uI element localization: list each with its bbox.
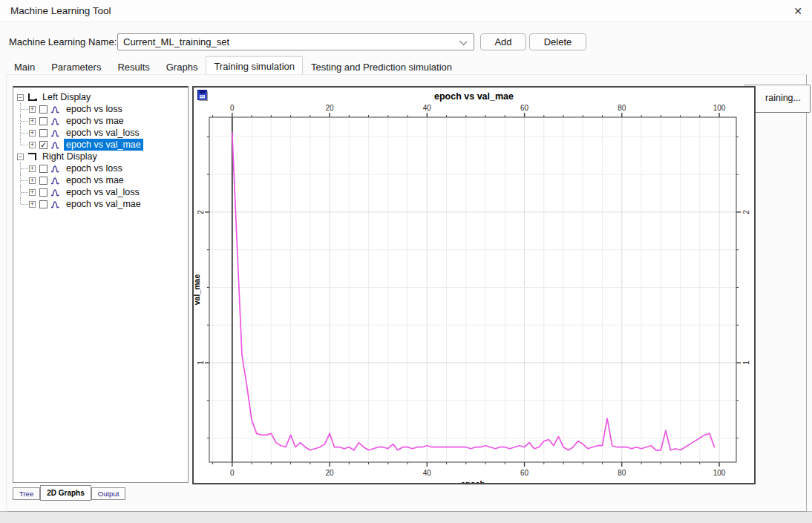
x-tick-label-top: 40 xyxy=(423,104,432,112)
tree-group-right-display: −Right Display xyxy=(13,151,188,162)
item-checkbox[interactable]: ✓ xyxy=(39,141,48,149)
tree-item-label[interactable]: epoch vs val_loss xyxy=(64,127,142,139)
line-chart-icon xyxy=(50,200,60,208)
x-tick-label-bottom: 20 xyxy=(326,469,335,477)
expand-expander-icon[interactable]: + xyxy=(29,106,36,113)
tree-item: +epoch vs mae xyxy=(13,174,188,186)
y-tick-label-left: 1 xyxy=(197,361,205,365)
ml-name-value: Current_ML_training_set xyxy=(123,36,229,47)
x-tick-label-bottom: 100 xyxy=(713,469,726,477)
x-tick-label-bottom: 40 xyxy=(423,469,432,477)
item-checkbox[interactable] xyxy=(39,129,48,137)
tab-page: raining... −Left Display+epoch vs loss+e… xyxy=(6,74,807,512)
ml-name-label: Machine Learning Name: xyxy=(9,36,117,47)
tab-graphs[interactable]: Graphs xyxy=(158,59,206,74)
tree-item-label[interactable]: epoch vs mae xyxy=(64,115,126,127)
expand-expander-icon[interactable]: + xyxy=(29,130,36,136)
x-tick-label-top: 20 xyxy=(326,104,335,112)
display-tree-panel[interactable]: −Left Display+epoch vs loss+epoch vs mae… xyxy=(13,86,189,483)
tree-item: +epoch vs val_loss xyxy=(13,127,188,139)
line-chart-icon xyxy=(50,128,60,137)
tree-item: +epoch vs mae xyxy=(13,115,188,127)
x-tick-label-bottom: 80 xyxy=(618,469,626,477)
item-checkbox[interactable] xyxy=(39,165,48,173)
delete-button[interactable]: Delete xyxy=(529,33,586,50)
tree-item: +epoch vs loss xyxy=(13,162,188,174)
bottom-tab-tree[interactable]: Tree xyxy=(13,487,40,500)
tree-group-label[interactable]: Left Display xyxy=(40,91,93,103)
window-title: Machine Learning Tool xyxy=(10,5,111,16)
line-chart-icon xyxy=(50,176,60,185)
y-tick-label-left: 2 xyxy=(197,210,205,214)
tab-results[interactable]: Results xyxy=(109,59,157,74)
chevron-down-icon xyxy=(459,38,467,45)
line-chart-icon xyxy=(50,105,60,114)
x-tick-label-top: 60 xyxy=(520,104,529,112)
tree-group-left-display: −Left Display xyxy=(13,91,188,103)
x-tick-label-top: 80 xyxy=(618,104,626,112)
line-chart-icon xyxy=(50,116,60,125)
right-display-icon xyxy=(28,153,36,160)
item-checkbox[interactable] xyxy=(39,105,48,114)
line-chart-icon xyxy=(50,188,60,197)
title-bar: Machine Learning Tool ✕ xyxy=(0,0,812,22)
tab-main[interactable]: Main xyxy=(6,59,43,74)
left-display-icon xyxy=(28,93,36,101)
tree-item-label[interactable]: epoch vs loss xyxy=(64,162,125,174)
x-tick-label-top: 100 xyxy=(713,104,726,112)
expand-expander-icon[interactable]: + xyxy=(29,118,36,125)
bottom-tab-output[interactable]: Output xyxy=(91,487,126,500)
tab-training-simulation[interactable]: Training simulation xyxy=(206,56,303,74)
close-icon[interactable]: ✕ xyxy=(790,3,806,19)
ml-name-combobox[interactable]: Current_ML_training_set xyxy=(117,33,474,50)
item-checkbox[interactable] xyxy=(39,177,48,185)
x-tick-label-top: 0 xyxy=(230,104,235,112)
y-axis-title: val_mae xyxy=(194,274,201,306)
tab-testing-and-prediction-simulation[interactable]: Testing and Prediction simulation xyxy=(303,59,460,74)
bottom-tab-bar: Tree2D GraphsOutput xyxy=(13,484,125,504)
expand-expander-icon[interactable]: + xyxy=(29,177,36,184)
item-checkbox[interactable] xyxy=(39,200,48,208)
line-chart-icon xyxy=(50,140,60,149)
tab-parameters[interactable]: Parameters xyxy=(43,59,109,74)
tree-item-label[interactable]: epoch vs val_loss xyxy=(64,186,142,198)
expand-expander-icon[interactable]: + xyxy=(29,165,36,172)
tree-item: +✓epoch vs val_mae xyxy=(13,139,188,151)
bottom-tab-2d-graphs[interactable]: 2D Graphs xyxy=(40,485,91,501)
expand-expander-icon[interactable]: + xyxy=(29,201,36,208)
tree-item-label[interactable]: epoch vs val_mae xyxy=(64,198,143,210)
x-tick-label-bottom: 0 xyxy=(230,469,235,477)
x-tick-label-bottom: 60 xyxy=(520,469,529,477)
y-tick-label-right: 1 xyxy=(742,361,750,365)
chart-panel: epoch vs val_mae 00202040406060808010010… xyxy=(192,86,756,484)
collapse-expander-icon[interactable]: − xyxy=(17,94,24,101)
main-tab-bar: MainParametersResultsGraphsTraining simu… xyxy=(6,56,460,74)
item-checkbox[interactable] xyxy=(39,188,48,197)
tree-item-label[interactable]: epoch vs val_mae xyxy=(64,139,143,151)
tree-item-label[interactable]: epoch vs mae xyxy=(64,174,126,186)
y-tick-label-right: 2 xyxy=(742,210,750,214)
expand-expander-icon[interactable]: + xyxy=(29,142,36,148)
add-button[interactable]: Add xyxy=(480,33,526,50)
expand-expander-icon[interactable]: + xyxy=(29,189,36,196)
item-checkbox[interactable] xyxy=(39,117,48,125)
ml-tool-window: Machine Learning Tool ✕ Machine Learning… xyxy=(0,0,812,512)
series-val-mae xyxy=(232,132,715,450)
line-chart-icon xyxy=(50,164,60,173)
collapse-expander-icon[interactable]: − xyxy=(17,154,24,160)
tree-item-label[interactable]: epoch vs loss xyxy=(64,103,125,115)
tree-item: +epoch vs loss xyxy=(13,103,188,115)
tree-item: +epoch vs val_loss xyxy=(13,186,188,198)
tree-item: +epoch vs val_mae xyxy=(13,198,188,210)
tree-group-label[interactable]: Right Display xyxy=(40,151,99,162)
chart-svg: 0020204040606080801001001122epochval_mae xyxy=(194,88,754,483)
x-axis-title: epoch xyxy=(461,479,485,483)
